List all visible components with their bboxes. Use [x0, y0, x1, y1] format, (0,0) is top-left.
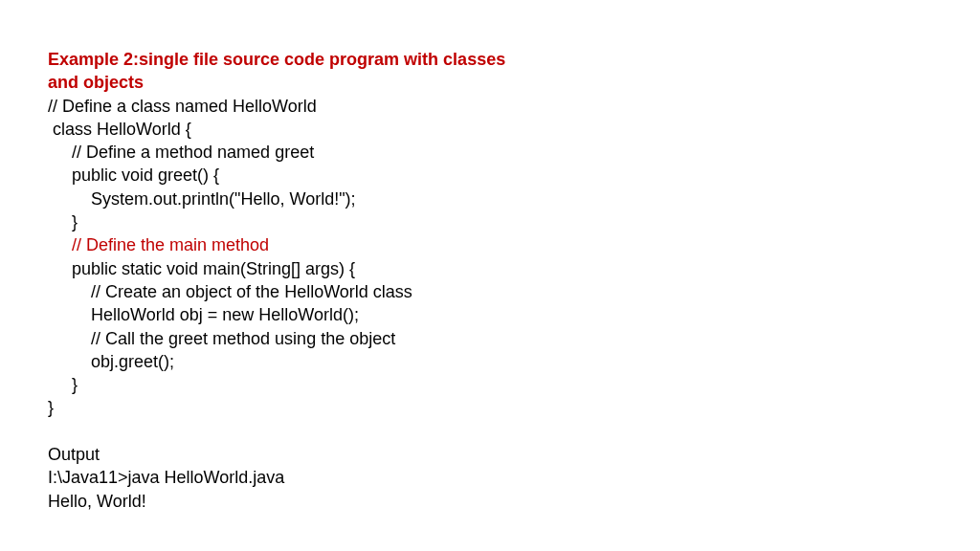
code-line: obj.greet(); [48, 352, 174, 371]
code-line: System.out.println("Hello, World!"); [48, 189, 356, 209]
code-line-highlighted: // Define the main method [48, 235, 269, 254]
code-line: HelloWorld obj = new HelloWorld(); [48, 305, 359, 324]
code-line: // Define a method named greet [48, 143, 314, 162]
output-label: Output [48, 445, 100, 464]
output-line: I:\Java11>java HelloWorld.java [48, 468, 284, 487]
code-line: // Call the greet method using the objec… [48, 329, 395, 348]
code-line: } [48, 212, 78, 231]
code-line: class HelloWorld { [48, 120, 191, 139]
code-listing: // Define a class named HelloWorld class… [48, 95, 526, 513]
code-line: public static void main(String[] args) { [48, 259, 355, 278]
code-line: } [48, 398, 54, 417]
code-line: public void greet() { [48, 165, 219, 185]
document-content: Example 2:single file source code progra… [48, 48, 526, 513]
code-line: // Define a class named HelloWorld [48, 97, 317, 116]
code-line: } [48, 375, 78, 394]
output-line: Hello, World! [48, 492, 146, 511]
code-line: // Create an object of the HelloWorld cl… [48, 282, 412, 301]
example-title: Example 2:single file source code progra… [48, 48, 526, 95]
